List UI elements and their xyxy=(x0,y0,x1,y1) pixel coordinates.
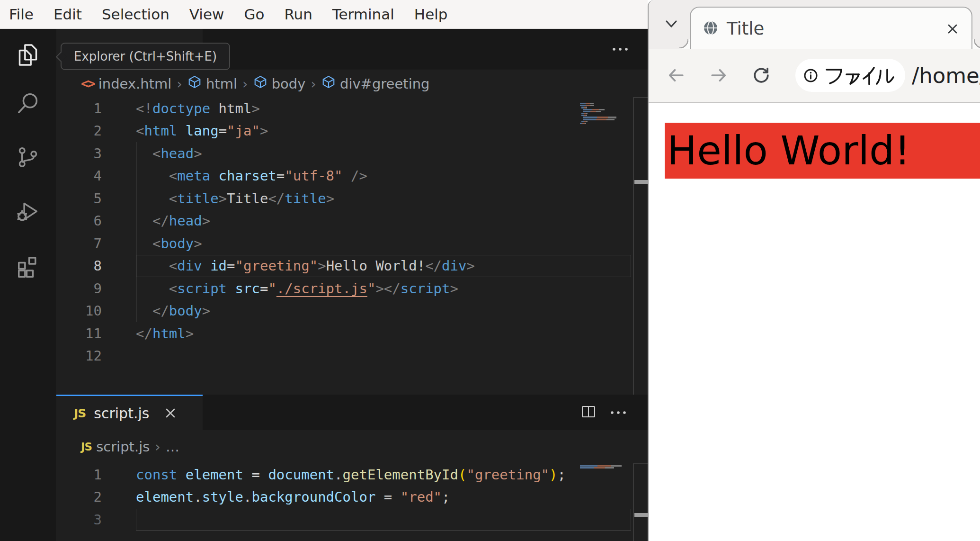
info-icon xyxy=(803,68,818,83)
line-number: 8 xyxy=(56,258,102,274)
line-number: 4 xyxy=(56,168,102,184)
code-text: <!doctype html> xyxy=(136,100,260,117)
code-text: <head> xyxy=(136,145,202,162)
line-number: 3 xyxy=(56,512,102,528)
code-text: </body> xyxy=(136,303,210,319)
breadcrumb-item--[interactable]: … xyxy=(166,439,179,455)
vscode-window: FileEditSelectionViewGoRunTerminalHelp xyxy=(0,0,648,541)
code-line-8[interactable]: 8 <div id="greeting">Hello World!</div> xyxy=(56,255,648,278)
tab-title: Title xyxy=(727,18,764,39)
code-text: <script src="./script.js"></script> xyxy=(136,280,458,297)
menu-bar: FileEditSelectionViewGoRunTerminalHelp xyxy=(0,0,648,29)
line-number: 2 xyxy=(56,123,102,139)
split-editor-icon[interactable] xyxy=(580,404,597,421)
breadcrumb-separator: › xyxy=(311,76,316,92)
code-line-9[interactable]: 9 <script src="./script.js"></script> xyxy=(56,277,648,300)
line-number: 11 xyxy=(56,325,102,342)
explorer-icon[interactable] xyxy=(15,42,41,68)
line-number: 9 xyxy=(56,280,102,297)
close-tab-icon[interactable] xyxy=(164,407,177,419)
breadcrumb-item-index-html[interactable]: <>index.html xyxy=(81,76,171,92)
code-text: <div id="greeting">Hello World!</div> xyxy=(136,258,475,274)
tab-script-js[interactable]: JS script.js xyxy=(56,395,203,430)
menu-selection[interactable]: Selection xyxy=(92,6,179,23)
code-line-11[interactable]: 11</html> xyxy=(56,322,648,345)
chevron-down-icon[interactable] xyxy=(662,15,681,34)
symbol-cube-icon xyxy=(187,75,202,92)
code-line-7[interactable]: 7 <body> xyxy=(56,232,648,255)
code-line-3[interactable]: 3 xyxy=(56,508,648,531)
back-icon[interactable] xyxy=(667,66,686,85)
globe-icon xyxy=(702,19,719,38)
reload-icon[interactable] xyxy=(752,66,771,85)
source-control-icon[interactable] xyxy=(15,144,41,171)
site-info-chip[interactable] xyxy=(795,59,905,92)
code-line-6[interactable]: 6 </head> xyxy=(56,210,648,233)
browser-window: Title xyxy=(648,0,980,541)
panel-more-actions-icon[interactable] xyxy=(609,403,628,422)
greeting-text: Hello World! xyxy=(665,123,980,179)
line-number: 10 xyxy=(56,303,102,319)
breadcrumb-separator: › xyxy=(155,439,160,455)
code-line-12[interactable]: 12 xyxy=(56,345,648,368)
menu-edit[interactable]: Edit xyxy=(44,6,92,23)
menu-terminal[interactable]: Terminal xyxy=(322,6,404,23)
forward-icon[interactable] xyxy=(709,66,728,85)
tab-label: script.js xyxy=(94,405,149,422)
breadcrumb-js: JSscript.js›… xyxy=(56,430,648,463)
code-text: <body> xyxy=(136,235,202,252)
extensions-icon[interactable] xyxy=(15,254,41,280)
code-line-3[interactable]: 3 <head> xyxy=(56,142,648,165)
line-number: 3 xyxy=(56,145,102,162)
symbol-cube-icon xyxy=(253,75,267,92)
line-number: 1 xyxy=(56,467,102,483)
code-line-1[interactable]: 1<!doctype html> xyxy=(56,97,648,120)
line-number: 12 xyxy=(56,348,102,364)
address-chip-label-file-japanese xyxy=(824,64,897,86)
editor-group-js: JS script.js JSscript.js›… xyxy=(56,395,648,541)
breadcrumb: <>index.html›html›body›div#greeting xyxy=(56,70,648,97)
code-text: </html> xyxy=(136,325,194,342)
browser-tab[interactable]: Title xyxy=(690,7,972,50)
js-file-icon: JS xyxy=(74,406,86,420)
close-browser-tab-icon[interactable] xyxy=(945,21,960,36)
menu-file[interactable]: File xyxy=(9,6,44,23)
symbol-cube-icon xyxy=(321,75,336,92)
current-line-highlight xyxy=(136,509,631,531)
activity-bar xyxy=(0,29,56,541)
editor-more-actions-icon[interactable] xyxy=(611,40,630,59)
breadcrumb-separator: › xyxy=(177,76,182,92)
explorer-tooltip: Explorer (Ctrl+Shift+E) xyxy=(61,43,230,70)
run-debug-icon[interactable] xyxy=(15,198,41,225)
line-number: 1 xyxy=(56,100,102,117)
code-text: <title>Title</title> xyxy=(136,190,334,207)
code-text: </head> xyxy=(136,213,210,229)
code-line-10[interactable]: 10 </body> xyxy=(56,300,648,323)
breadcrumb-item-div-greeting[interactable]: div#greeting xyxy=(321,75,430,92)
menu-run[interactable]: Run xyxy=(274,6,322,23)
js-editor[interactable]: 1const element = document.getElementById… xyxy=(56,463,648,541)
code-line-2[interactable]: 2element.style.backgroundColor = "red"; xyxy=(56,486,648,509)
js-file-icon: JS xyxy=(81,441,92,453)
html-file-icon: <> xyxy=(81,76,94,91)
search-icon[interactable] xyxy=(15,90,41,117)
url-text[interactable]: /home/u xyxy=(912,63,980,88)
line-number: 6 xyxy=(56,213,102,229)
menu-help[interactable]: Help xyxy=(404,6,458,23)
html-editor[interactable]: 1<!doctype html>2<html lang="ja">3 <head… xyxy=(56,97,648,395)
breadcrumb-item-body[interactable]: body xyxy=(253,75,306,92)
line-number: 2 xyxy=(56,489,102,505)
menu-view[interactable]: View xyxy=(179,6,234,23)
breadcrumb-item-script-js[interactable]: JSscript.js xyxy=(81,439,150,455)
code-line-5[interactable]: 5 <title>Title</title> xyxy=(56,187,648,210)
code-line-1[interactable]: 1const element = document.getElementById… xyxy=(56,463,648,486)
code-text: <meta charset="utf-8" /> xyxy=(136,168,367,184)
code-line-2[interactable]: 2<html lang="ja"> xyxy=(56,120,648,143)
code-text: element.style.backgroundColor = "red"; xyxy=(136,489,450,505)
code-line-4[interactable]: 4 <meta charset="utf-8" /> xyxy=(56,165,648,188)
browser-page: Hello World! xyxy=(649,103,980,541)
line-number: 7 xyxy=(56,235,102,252)
greeting-banner: Hello World! xyxy=(665,123,980,179)
breadcrumb-item-html[interactable]: html xyxy=(187,75,237,92)
menu-go[interactable]: Go xyxy=(234,6,274,23)
